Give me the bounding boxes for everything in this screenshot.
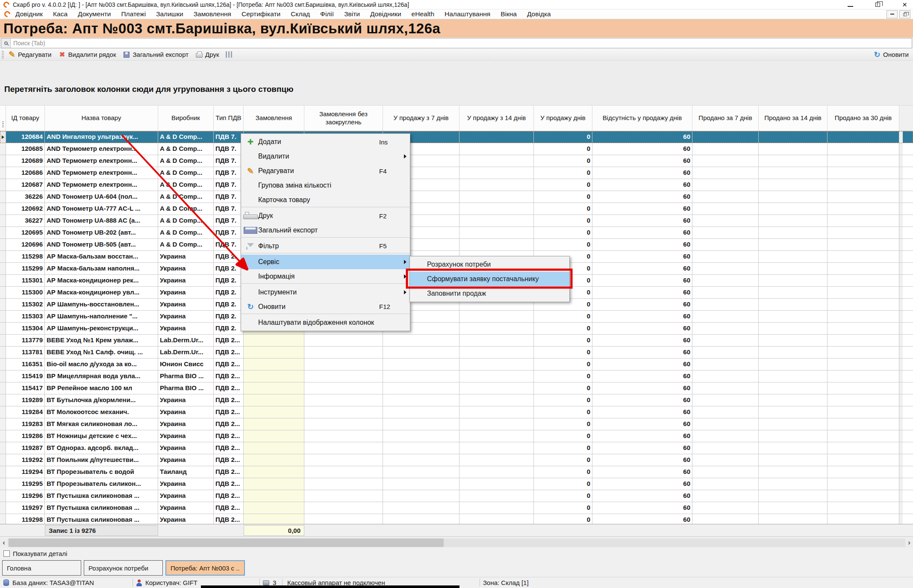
show-details-checkbox[interactable] <box>3 550 10 557</box>
menu-item[interactable]: Каса <box>53 10 68 18</box>
context-menu-item[interactable]: Видалити <box>241 149 410 164</box>
table-row[interactable]: 119294 ВТ Прорезыватель с водой Таиланд … <box>0 466 913 478</box>
scrollbar-thumb[interactable] <box>9 538 444 547</box>
table-row[interactable]: 115417 ВР Репейное масло 100 мл Pharma B… <box>0 382 913 394</box>
table-row[interactable]: 119286 ВТ Ножницы детские с чех... Украи… <box>0 430 913 442</box>
cell-order[interactable] <box>244 335 304 346</box>
cell-order[interactable] <box>244 430 304 442</box>
cell-order[interactable] <box>244 490 304 502</box>
table-row[interactable]: 116351 Bio-oil масло д/ухода за ко... Юн… <box>0 359 913 370</box>
toolbar-button[interactable]: Загальний експорт <box>123 51 188 59</box>
table-row[interactable]: 115303 АР Шампунь-наполнение "... Украин… <box>0 311 913 323</box>
cell-order[interactable] <box>244 394 304 406</box>
menu-item[interactable]: Налаштування <box>445 10 490 18</box>
submenu-item[interactable]: Заповнити продаж <box>410 286 569 301</box>
table-row[interactable]: 36226 AND Тонометр UA-604 (пол... A & D … <box>0 191 913 203</box>
column-header-order-no-rounding[interactable]: Замовлення без заокруглень <box>304 106 383 131</box>
menu-item[interactable]: Сертифікати <box>242 10 280 18</box>
column-header-sold-14[interactable]: Продано за 14 днів <box>759 106 828 131</box>
table-row[interactable]: 119298 ВТ Пустышка силиконовая ... Украи… <box>0 514 913 524</box>
cell-order[interactable] <box>244 502 304 514</box>
context-menu-item[interactable]: Оновити F12 <box>241 300 410 314</box>
cell-order[interactable] <box>244 347 304 358</box>
menu-item[interactable]: Документи <box>78 10 111 18</box>
menu-item[interactable]: Склад <box>291 10 310 18</box>
refresh-button[interactable]: Оновити <box>873 51 909 59</box>
mdi-restore-button[interactable] <box>899 10 910 18</box>
menu-item[interactable]: Довідка <box>527 10 551 18</box>
table-row[interactable]: 119295 ВТ Прорезыватель силикон... Украи… <box>0 478 913 490</box>
mdi-minimize-button[interactable] <box>886 10 898 18</box>
scroll-left-icon[interactable]: ‹ <box>0 538 8 548</box>
column-header-on-sale-14[interactable]: У продажу з 14 днів <box>459 106 534 131</box>
table-row[interactable]: 115419 ВР Мицеллярная вода увла... Pharm… <box>0 370 913 382</box>
column-header-sold-7[interactable]: Продано за 7 днів <box>692 106 759 131</box>
context-menu-item[interactable]: Інструменти <box>241 285 410 300</box>
minimize-button[interactable] <box>848 1 853 9</box>
table-row[interactable]: 119296 ВТ Пустышка силиконовая ... Украи… <box>0 490 913 502</box>
table-row[interactable]: 120686 AND Термометр електронн... A & D … <box>0 167 913 179</box>
context-menu-item[interactable]: Друк F2 <box>241 209 410 223</box>
cell-order[interactable] <box>244 359 304 370</box>
table-row[interactable]: 120684 AND Ингалятор ультразвук... A & D… <box>0 131 913 143</box>
context-menu-item[interactable]: Додати Ins <box>241 135 410 149</box>
context-menu-item[interactable]: Фільтр F5 <box>241 239 410 253</box>
search-input[interactable] <box>11 38 912 48</box>
column-header-vat-type[interactable]: Тип ПДВ <box>214 106 244 131</box>
menu-item[interactable]: Замовлення <box>194 10 231 18</box>
table-row[interactable]: 119297 ВТ Пустышка силиконовая ... Украи… <box>0 502 913 514</box>
submenu-item[interactable]: Розрахунок потреби <box>410 257 569 272</box>
toolbar-button[interactable]: Друк <box>195 51 219 59</box>
horizontal-scrollbar[interactable]: ‹ › <box>0 538 913 548</box>
column-header-on-sale-7[interactable]: У продажу з 7 днів <box>383 106 459 131</box>
context-menu-item[interactable]: Редагувати F4 <box>241 164 410 178</box>
table-row[interactable]: 120696 AND Тонометр UB-505 (авт... A & D… <box>0 239 913 251</box>
table-row[interactable]: 119292 ВТ Поильник д/путешестви... Украи… <box>0 454 913 466</box>
context-menu-item[interactable]: Сервіс <box>241 255 410 269</box>
column-header-sold-30[interactable]: Продано за 30 днів <box>828 106 899 131</box>
submenu-item[interactable]: Сформувати заявку постачальнику <box>410 272 569 286</box>
column-header-absence-days[interactable]: Відсутність у продажу днів <box>592 106 692 131</box>
table-row[interactable]: 113781 BEBE Уход №1 Салф. очищ. ... Lab.… <box>0 347 913 359</box>
menu-item[interactable]: Звіти <box>344 10 360 18</box>
menu-item[interactable]: Довідники <box>370 10 401 18</box>
context-menu-item[interactable]: Налаштувати відображення колонок <box>241 315 410 330</box>
column-header-product-id[interactable]: ІД товару <box>6 106 45 131</box>
context-menu-item[interactable]: Інформація <box>241 269 410 284</box>
table-row[interactable]: 120685 AND Термометр електронн... A & D … <box>0 143 913 155</box>
menu-item[interactable]: Вікна <box>501 10 517 18</box>
context-menu-item[interactable]: Загальний експорт <box>241 223 410 238</box>
table-row[interactable]: 119284 ВТ Молокоотсос механич. Украина П… <box>0 406 913 418</box>
scroll-right-icon[interactable]: › <box>905 538 913 548</box>
cell-order[interactable] <box>244 442 304 454</box>
menu-item[interactable]: Філії <box>320 10 334 18</box>
table-row[interactable]: 36227 AND Тонометр UA-888 AC (а... A & D… <box>0 215 913 227</box>
table-row[interactable]: 113779 BEBE Уход №1 Крем увлаж... Lab.De… <box>0 335 913 347</box>
window-tab[interactable]: Потреба: Апт №003 с .. <box>165 560 245 576</box>
context-menu-item[interactable]: Карточка товару <box>241 193 410 207</box>
table-row[interactable]: 119289 ВТ Бутылочка д/кормлени... Украин… <box>0 394 913 406</box>
close-button[interactable]: × <box>902 2 907 8</box>
restore-button[interactable] <box>875 1 880 9</box>
menu-item[interactable]: Довідник <box>15 10 43 18</box>
cell-order[interactable] <box>244 370 304 382</box>
column-header-on-sale-days[interactable]: У продажу днів <box>534 106 592 131</box>
cell-order[interactable] <box>244 382 304 394</box>
table-row[interactable]: 120695 AND Тонометр UB-202 (авт... A & D… <box>0 227 913 239</box>
cell-order[interactable] <box>244 466 304 478</box>
cell-order[interactable] <box>244 418 304 430</box>
toolbar-button[interactable]: Редагувати <box>8 51 52 59</box>
menu-item[interactable]: Залишки <box>156 10 183 18</box>
cell-order[interactable] <box>244 406 304 418</box>
toolbar-drag-handle-icon[interactable] <box>2 51 4 59</box>
toolbar-button[interactable]: Видалити рядок <box>59 51 116 59</box>
cell-order[interactable] <box>244 514 304 524</box>
table-row[interactable]: 115304 АР Шампунь-реконструкци... Украин… <box>0 323 913 335</box>
table-row[interactable]: 120687 AND Термометр електронн... A & D … <box>0 179 913 191</box>
table-row[interactable]: 120692 AND Тонометр UA-777 AC-L ... A & … <box>0 203 913 215</box>
cell-order[interactable] <box>244 478 304 490</box>
menu-item[interactable]: Платежі <box>121 10 146 18</box>
toolbar-button[interactable] <box>226 51 234 58</box>
cell-order[interactable] <box>244 454 304 466</box>
table-row[interactable]: 120689 AND Термометр електронн... A & D … <box>0 155 913 167</box>
